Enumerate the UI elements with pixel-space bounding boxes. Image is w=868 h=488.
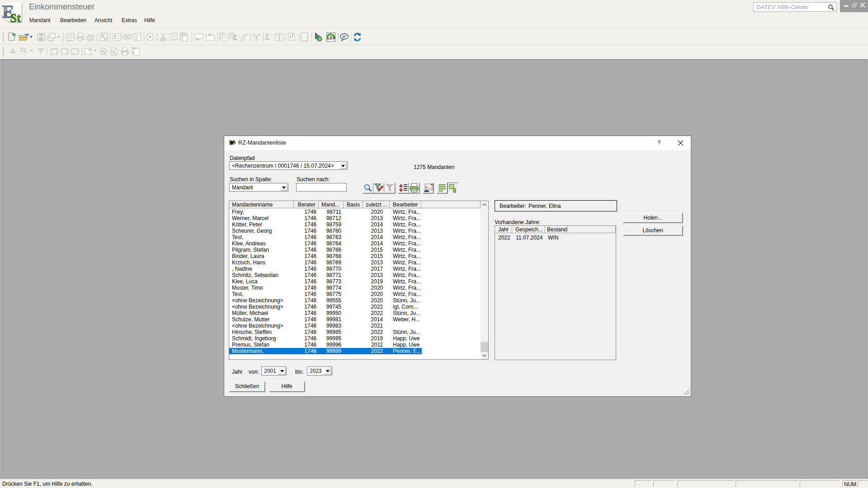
- svg-text:St: St: [10, 11, 21, 24]
- svg-text:LEX: LEX: [327, 36, 335, 40]
- svg-text:W: W: [132, 48, 137, 53]
- svg-text:?: ?: [318, 37, 321, 42]
- svg-text:St: St: [104, 37, 107, 41]
